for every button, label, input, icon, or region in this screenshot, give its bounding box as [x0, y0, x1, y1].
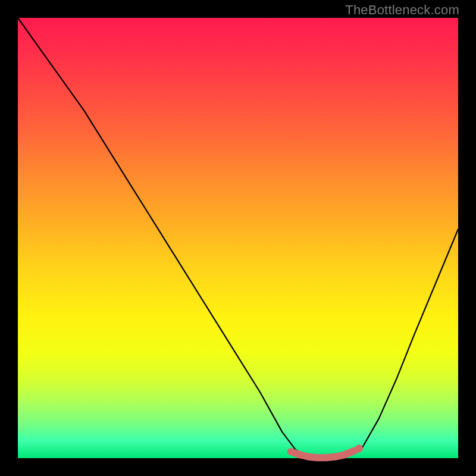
chart-svg [18, 18, 458, 458]
chart-container: TheBottleneck.com [0, 0, 476, 476]
watermark-text: TheBottleneck.com [345, 2, 459, 18]
bottleneck-curve [18, 18, 458, 458]
optimal-range-end-dot [355, 444, 363, 452]
optimal-range-path [291, 450, 355, 458]
optimal-range-markers [291, 444, 363, 458]
